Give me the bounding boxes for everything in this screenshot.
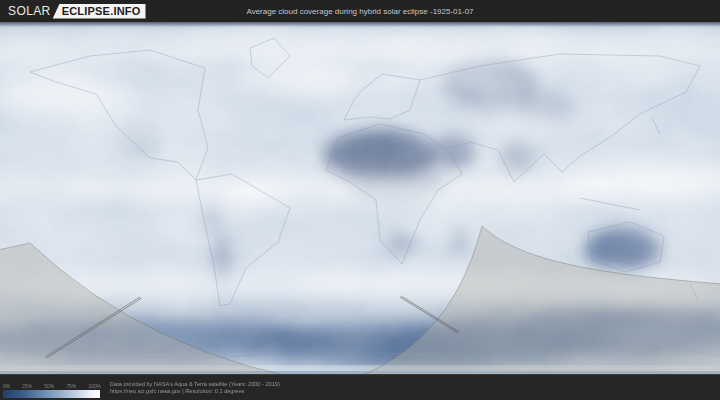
data-attribution: Data provided by NASA's Aqua & Terra sat… bbox=[110, 381, 411, 394]
cloud-coverage-scale: 0% 25% 50% 75% 100% bbox=[3, 378, 101, 398]
scale-gradient-bar bbox=[3, 390, 100, 398]
map-top-edge bbox=[0, 22, 720, 27]
site-logo[interactable]: SOLAR ECLIPSE.INFO bbox=[8, 4, 146, 19]
scale-label: 100% bbox=[88, 383, 101, 389]
scale-label: 0% bbox=[3, 383, 10, 389]
scale-tick-labels: 0% 25% 50% 75% 100% bbox=[3, 383, 101, 389]
scale-label: 50% bbox=[44, 383, 54, 389]
page: SOLAR ECLIPSE.INFO Average cloud coverag… bbox=[0, 0, 720, 400]
world-cloud-map-svg bbox=[0, 22, 720, 374]
scale-label: 75% bbox=[66, 383, 76, 389]
attribution-line-1: Data provided by NASA's Aqua & Terra sat… bbox=[110, 381, 411, 388]
logo-text-solar: SOLAR bbox=[8, 4, 51, 18]
scale-label: 25% bbox=[22, 383, 32, 389]
footer-bar: 0% 25% 50% 75% 100% Data provided by NAS… bbox=[0, 374, 720, 400]
logo-text-eclipse-info: ECLIPSE.INFO bbox=[53, 4, 146, 19]
page-title: Average cloud coverage during hybrid sol… bbox=[246, 7, 473, 16]
cloud-coverage-map[interactable] bbox=[0, 22, 720, 374]
header-bar: SOLAR ECLIPSE.INFO Average cloud coverag… bbox=[0, 0, 720, 22]
attribution-line-2: https://neo.sci.gsfc.nasa.gov | Resoluti… bbox=[110, 388, 411, 395]
